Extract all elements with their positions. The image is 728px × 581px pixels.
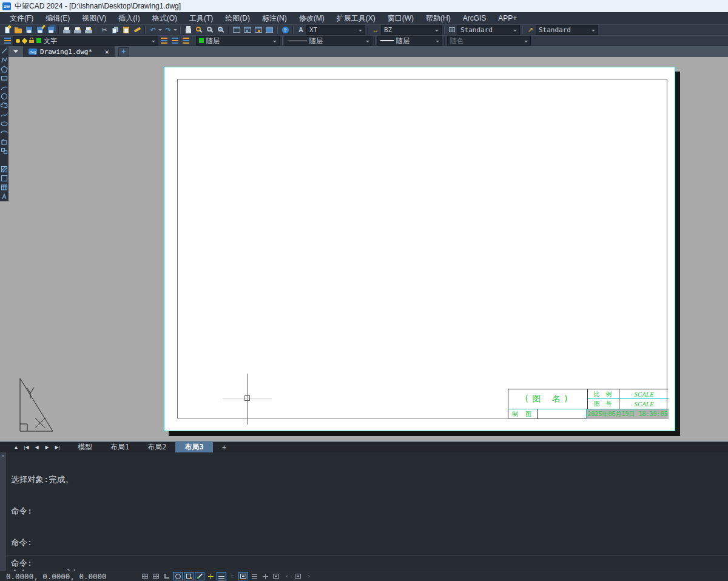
table-button[interactable] — [0, 183, 8, 192]
zoom-previous-button[interactable] — [215, 25, 226, 35]
layer-combo[interactable]: 文字 — [13, 36, 158, 45]
mtext-button[interactable] — [0, 192, 8, 201]
zoom-window-button[interactable] — [204, 25, 215, 35]
menu-item-app-plus[interactable]: APP+ — [492, 12, 523, 24]
table-style-combo[interactable]: Standard — [457, 25, 520, 35]
revcloud-button[interactable] — [0, 101, 8, 110]
tab-model[interactable]: 模型 — [69, 442, 101, 453]
prev-tab-icon[interactable]: ◀ — [32, 443, 42, 452]
new-button[interactable] — [2, 25, 13, 35]
layer-states-button[interactable] — [169, 36, 180, 45]
ortho-toggle[interactable] — [162, 572, 172, 580]
menu-item-tools[interactable]: 工具(T) — [183, 12, 219, 24]
undo-button[interactable]: ↶ — [147, 25, 158, 35]
design-center-button[interactable] — [242, 25, 253, 35]
quick-properties-toggle[interactable] — [249, 572, 259, 580]
paper-model-toggle[interactable] — [238, 572, 248, 580]
layer-properties-button[interactable] — [2, 36, 13, 45]
color-combo[interactable]: 随层 — [196, 36, 280, 45]
copy-button[interactable] — [110, 25, 121, 35]
add-layout-button[interactable]: + — [213, 442, 235, 453]
save-as-button[interactable] — [35, 25, 46, 35]
lineweight-combo[interactable]: 随层 — [377, 36, 442, 45]
dim-style-manager-button[interactable]: ↔ — [370, 25, 381, 35]
menu-item-help[interactable]: 帮助(H) — [420, 12, 457, 24]
hatch-button[interactable] — [0, 164, 8, 173]
circle-button[interactable] — [0, 92, 8, 101]
ellipse-button[interactable] — [0, 119, 8, 128]
drawing-canvas[interactable]: (图 名) 比 例 SCALE 图 号 SCALE 制 图 2025年06月19… — [0, 57, 728, 441]
plot-preview-button[interactable] — [72, 25, 83, 35]
lineweight-toggle[interactable] — [217, 572, 226, 580]
fullscreen-toggle[interactable] — [271, 572, 281, 580]
new-drawing-tab-button[interactable]: + — [118, 47, 129, 56]
close-tab-icon[interactable]: ✕ — [105, 48, 109, 56]
layer-previous-button[interactable] — [158, 36, 169, 45]
dynamic-input-toggle[interactable] — [206, 572, 215, 580]
arc-button[interactable] — [0, 82, 8, 92]
save-all-button[interactable] — [46, 25, 56, 35]
publish-button[interactable] — [83, 25, 94, 35]
pan-button[interactable] — [183, 25, 194, 35]
first-tab-icon[interactable]: |◀ — [21, 443, 32, 452]
menu-item-view[interactable]: 视图(V) — [76, 12, 112, 24]
sheet-set-button[interactable] — [264, 25, 275, 35]
dim-style-combo[interactable]: BZ — [381, 25, 442, 35]
workspace-switch-button[interactable] — [293, 572, 303, 580]
zoom-realtime-button[interactable] — [194, 25, 204, 35]
mleader-style-combo[interactable]: Standard — [536, 25, 598, 35]
redo-dropdown[interactable] — [174, 29, 177, 33]
tabbar-menu-icon[interactable]: ▲ — [11, 443, 21, 452]
line-button[interactable] — [0, 46, 8, 55]
doc-tab-drawing1[interactable]: dwg Drawing1.dwg* ✕ — [23, 46, 115, 57]
tool-palettes-button[interactable] — [253, 25, 264, 35]
transparency-toggle[interactable]: = — [228, 572, 237, 580]
command-window-handle[interactable]: ✕ — [0, 452, 6, 571]
menu-item-file[interactable]: 文件(F) — [4, 12, 39, 24]
command-window[interactable]: ✕ 选择对象:完成。 命令: 命令: 命令: _copyclip 找到 16 个… — [0, 452, 728, 571]
redo-button[interactable]: ↷ — [163, 25, 174, 35]
spline-button[interactable] — [0, 110, 8, 119]
polygon-button[interactable] — [0, 64, 8, 73]
grid-toggle[interactable] — [140, 572, 150, 580]
menu-item-window[interactable]: 窗口(W) — [382, 12, 420, 24]
text-style-combo[interactable]: XT — [306, 25, 365, 35]
tab-layout2[interactable]: 布局2 — [138, 442, 175, 453]
osnap-toggle[interactable] — [184, 572, 194, 580]
workspace-prev-icon[interactable]: ‹ — [282, 572, 292, 580]
match-properties-button[interactable] — [132, 25, 143, 35]
gradient-button[interactable] — [0, 173, 8, 183]
annotation-scale-button[interactable] — [260, 572, 270, 580]
workspace-next-icon[interactable]: › — [304, 572, 314, 580]
save-button[interactable] — [24, 25, 35, 35]
otrack-toggle[interactable] — [195, 572, 204, 580]
cut-button[interactable]: ✂ — [99, 25, 110, 35]
rectangle-button[interactable] — [0, 73, 8, 82]
insert-block-button[interactable] — [0, 137, 8, 146]
help-button[interactable]: ? — [280, 25, 291, 35]
properties-palette-button[interactable] — [231, 25, 242, 35]
ellipse-arc-button[interactable] — [0, 128, 8, 137]
command-prompt-input[interactable]: 命令: — [11, 558, 32, 568]
open-button[interactable] — [13, 25, 24, 35]
snap-toggle[interactable] — [151, 572, 161, 580]
polyline-button[interactable] — [0, 55, 8, 64]
table-style-manager-button[interactable] — [447, 25, 457, 35]
text-style-manager-button[interactable]: A — [295, 25, 306, 35]
paste-button[interactable] — [121, 25, 132, 35]
mleader-style-manager-button[interactable]: ↗ — [525, 25, 536, 35]
menu-item-modify[interactable]: 修改(M) — [293, 12, 331, 24]
menu-item-edit[interactable]: 编辑(E) — [39, 12, 76, 24]
menu-item-draw[interactable]: 绘图(D) — [219, 12, 256, 24]
menu-item-arcgis[interactable]: ArcGIS — [457, 12, 493, 24]
point-button[interactable] — [0, 155, 8, 164]
tab-layout3[interactable]: 布局3 — [175, 442, 212, 453]
linetype-combo[interactable]: 随层 — [285, 36, 372, 45]
menu-item-dimension[interactable]: 标注(N) — [256, 12, 293, 24]
layer-match-button[interactable] — [180, 36, 191, 45]
plot-button[interactable] — [61, 25, 72, 35]
undo-dropdown[interactable] — [158, 29, 162, 33]
menu-item-format[interactable]: 格式(O) — [146, 12, 183, 24]
tab-layout1[interactable]: 布局1 — [101, 442, 138, 453]
menu-item-insert[interactable]: 插入(I) — [112, 12, 146, 24]
